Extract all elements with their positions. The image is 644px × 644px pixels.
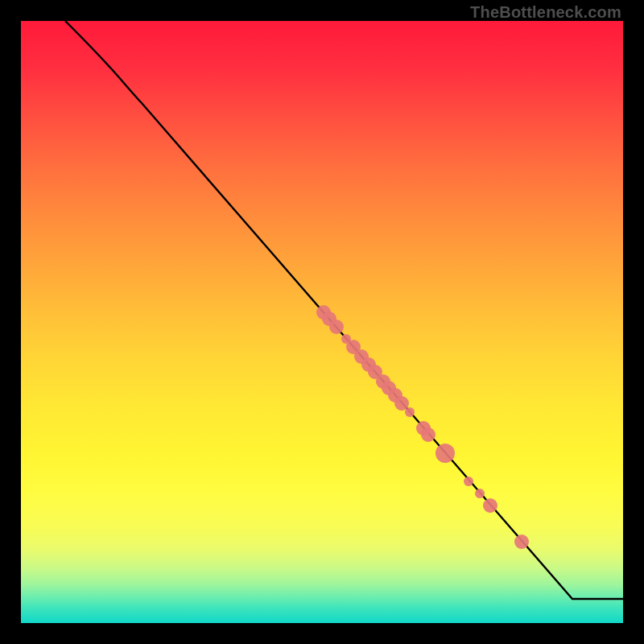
- data-point: [483, 498, 497, 513]
- plot-area: [21, 21, 623, 623]
- data-point: [514, 535, 529, 549]
- data-point: [405, 407, 415, 417]
- watermark-text: TheBottleneck.com: [470, 3, 621, 22]
- data-point: [329, 320, 344, 334]
- data-point: [421, 427, 436, 442]
- data-point: [464, 477, 473, 486]
- curve-line: [65, 21, 623, 599]
- data-point: [475, 489, 485, 498]
- data-point: [436, 444, 455, 463]
- chart-svg: [21, 21, 623, 623]
- chart-container: TheBottleneck.com: [0, 0, 644, 644]
